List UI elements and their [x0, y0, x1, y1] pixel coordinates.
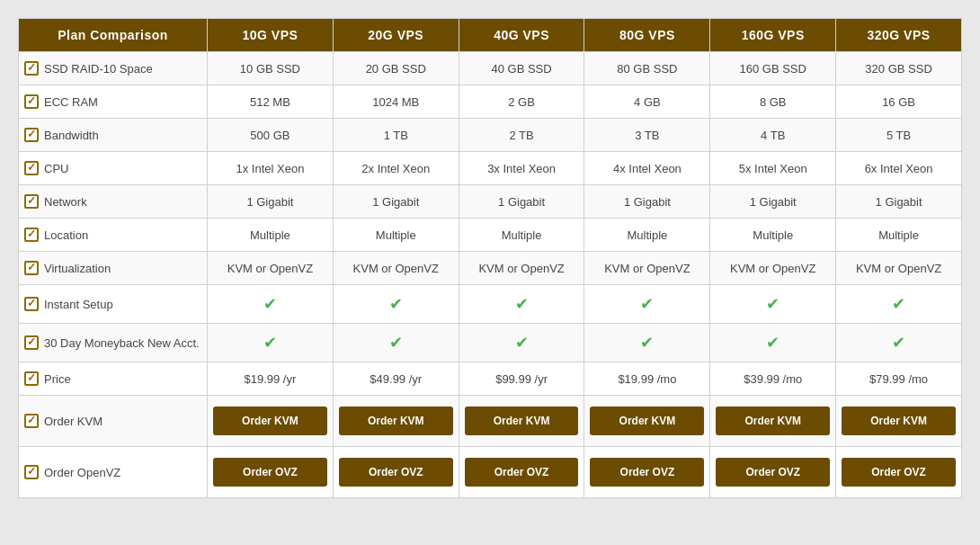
checkmark-icon: ✔ [640, 295, 654, 313]
checkbox-icon [24, 335, 39, 350]
order-kvm-button[interactable]: Order KVM [339, 407, 453, 435]
cell-r7-c5: ✔ [836, 285, 962, 324]
order-kvm-button[interactable]: Order KVM [842, 407, 956, 435]
cell-r4-c0: 1 Gigabit [208, 185, 334, 219]
cell-r8-c5: ✔ [836, 324, 962, 362]
cell-r0-c5: 320 GB SSD [836, 52, 962, 85]
checkmark-icon: ✔ [263, 334, 277, 352]
order-ovz-button[interactable]: Order OVZ [590, 458, 704, 487]
cell-r4-c3: 1 Gigabit [584, 185, 710, 219]
order-kvm-button[interactable]: Order KVM [213, 407, 327, 435]
cell-r8-c0: ✔ [208, 324, 334, 362]
checkbox-icon [24, 161, 39, 175]
table-row: SSD RAID-10 Space10 GB SSD20 GB SSD40 GB… [19, 52, 962, 85]
cell-r5-c3: Multiple [584, 219, 710, 252]
table-row: 30 Day Moneyback New Acct.✔✔✔✔✔✔ [19, 324, 962, 362]
checkmark-icon: ✔ [515, 295, 529, 313]
checkbox-icon [24, 297, 39, 311]
cell-r11-c1[interactable]: Order OVZ [333, 447, 459, 498]
order-kvm-button[interactable]: Order KVM [716, 407, 830, 435]
order-kvm-button[interactable]: Order KVM [590, 407, 704, 435]
feature-label-text: Location [44, 228, 88, 242]
cell-r1-c2: 2 GB [459, 85, 584, 119]
feature-label-text: CPU [44, 162, 68, 175]
cell-r6-c5: KVM or OpenVZ [836, 252, 962, 285]
checkbox-icon [24, 228, 39, 242]
checkmark-icon: ✔ [389, 334, 403, 352]
cell-r9-c4: $39.99 /mo [710, 362, 836, 396]
order-ovz-button[interactable]: Order OVZ [339, 458, 453, 487]
cell-r1-c4: 8 GB [710, 85, 836, 119]
feature-label-1: ECC RAM [19, 85, 208, 119]
plan-header-80g: 80G VPS [584, 19, 710, 52]
cell-r0-c1: 20 GB SSD [333, 52, 459, 85]
cell-r3-c1: 2x Intel Xeon [333, 152, 459, 185]
feature-label-2: Bandwidth [19, 119, 208, 152]
cell-r10-c0[interactable]: Order KVM [208, 396, 334, 447]
cell-r10-c4[interactable]: Order KVM [710, 396, 836, 447]
cell-r3-c0: 1x Intel Xeon [208, 152, 334, 185]
cell-r4-c5: 1 Gigabit [836, 185, 962, 219]
table-title: Plan Comparison [19, 19, 208, 52]
cell-r11-c0[interactable]: Order OVZ [208, 447, 334, 498]
table-row: Price$19.99 /yr$49.99 /yr$99.99 /yr$19.9… [19, 362, 962, 396]
cell-r6-c4: KVM or OpenVZ [710, 252, 836, 285]
cell-r4-c1: 1 Gigabit [333, 185, 459, 219]
cell-r1-c3: 4 GB [584, 85, 710, 119]
table-row: Order OpenVZOrder OVZOrder OVZOrder OVZO… [19, 447, 962, 498]
cell-r3-c4: 5x Intel Xeon [710, 152, 836, 185]
cell-r0-c4: 160 GB SSD [710, 52, 836, 85]
cell-r2-c3: 3 TB [584, 119, 710, 152]
order-ovz-button[interactable]: Order OVZ [842, 458, 956, 487]
feature-label-10: Order KVM [19, 396, 208, 447]
cell-r7-c3: ✔ [584, 285, 710, 324]
feature-label-text: ECC RAM [44, 95, 98, 109]
cell-r9-c5: $79.99 /mo [836, 362, 962, 396]
cell-r11-c5[interactable]: Order OVZ [836, 447, 962, 498]
cell-r9-c2: $99.99 /yr [459, 362, 584, 396]
order-kvm-button[interactable]: Order KVM [465, 407, 579, 435]
cell-r6-c3: KVM or OpenVZ [584, 252, 710, 285]
cell-r5-c4: Multiple [710, 219, 836, 252]
checkbox-icon [24, 61, 39, 76]
checkmark-icon: ✔ [892, 295, 905, 313]
cell-r9-c0: $19.99 /yr [208, 362, 334, 396]
checkmark-icon: ✔ [515, 334, 529, 352]
cell-r9-c3: $19.99 /mo [584, 362, 710, 396]
order-ovz-button[interactable]: Order OVZ [465, 458, 579, 487]
table-row: LocationMultipleMultipleMultipleMultiple… [19, 219, 962, 252]
plan-header-160g: 160G VPS [710, 19, 836, 52]
cell-r1-c1: 1024 MB [333, 85, 459, 119]
plan-header-320g: 320G VPS [836, 19, 962, 52]
order-ovz-button[interactable]: Order OVZ [213, 458, 327, 487]
cell-r10-c2[interactable]: Order KVM [459, 396, 584, 447]
cell-r11-c4[interactable]: Order OVZ [710, 447, 836, 498]
checkmark-icon: ✔ [766, 334, 780, 352]
order-ovz-button[interactable]: Order OVZ [716, 458, 830, 487]
cell-r10-c1[interactable]: Order KVM [333, 396, 459, 447]
table-row: ECC RAM512 MB1024 MB2 GB4 GB8 GB16 GB [19, 85, 962, 119]
cell-r4-c4: 1 Gigabit [710, 185, 836, 219]
checkmark-icon: ✔ [263, 295, 277, 313]
feature-label-8: 30 Day Moneyback New Acct. [19, 324, 208, 362]
cell-r2-c5: 5 TB [836, 119, 962, 152]
checkbox-icon [24, 194, 39, 209]
checkbox-icon [24, 128, 39, 142]
cell-r2-c4: 4 TB [710, 119, 836, 152]
feature-label-text: Network [44, 195, 87, 209]
cell-r10-c3[interactable]: Order KVM [584, 396, 710, 447]
cell-r11-c2[interactable]: Order OVZ [459, 447, 584, 498]
cell-r5-c1: Multiple [333, 219, 459, 252]
cell-r7-c0: ✔ [208, 285, 334, 324]
plan-comparison-table: Plan Comparison10G VPS20G VPS40G VPS80G … [18, 18, 962, 498]
checkmark-icon: ✔ [766, 295, 780, 313]
cell-r11-c3[interactable]: Order OVZ [584, 447, 710, 498]
cell-r10-c5[interactable]: Order KVM [836, 396, 962, 447]
feature-label-text: 30 Day Moneyback New Acct. [44, 336, 200, 350]
feature-label-text: Price [44, 372, 71, 386]
cell-r5-c2: Multiple [459, 219, 584, 252]
cell-r5-c0: Multiple [208, 219, 334, 252]
table-row: Instant Setup✔✔✔✔✔✔ [19, 285, 962, 324]
checkbox-icon [24, 371, 39, 386]
cell-r2-c2: 2 TB [459, 119, 584, 152]
